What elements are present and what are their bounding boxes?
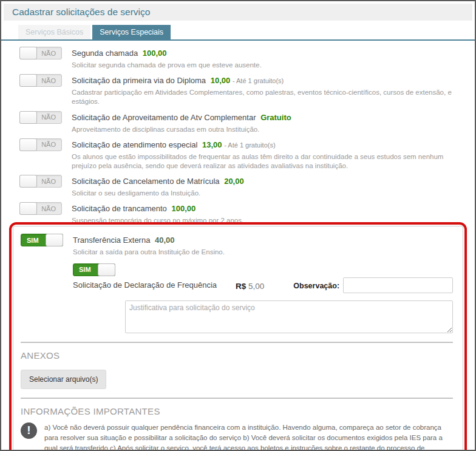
toggle-knob-icon <box>19 111 37 124</box>
toggle-knob-icon <box>46 234 63 246</box>
service-row: NÃO Segunda chamada 100,00 Solicitar seg… <box>19 47 475 70</box>
service-name: Solicitação de Aproveitamento de Atv Com… <box>72 113 256 122</box>
service-description: Cadastrar participação em Atividades Com… <box>72 88 463 106</box>
important-info-text: a) Você não deverá possuir qualquer pend… <box>44 422 450 451</box>
declaration-block: SIM Solicitação de Declaração de Frequên… <box>73 263 453 333</box>
service-description: Solicitar a saída para outra Instituição… <box>73 248 441 257</box>
service-name: Solicitação da primeira via do Diploma <box>72 76 206 85</box>
observation-label: Observação: <box>293 282 339 293</box>
declaration-service-name: Solicitação de Declaração de Frequência <box>73 277 219 293</box>
service-price: 40,00 <box>155 236 175 245</box>
tab-servicos-especiais[interactable]: Serviços Especiais <box>92 25 171 39</box>
service-title: Transferência Externa 40,00 <box>73 236 175 245</box>
service-description: Solicitar segunda chamada de prova em qu… <box>72 61 463 70</box>
important-info-section-title: INFORMAÇÕES IMPORTANTES <box>21 406 453 416</box>
toggle-state-label: NÃO <box>41 114 61 121</box>
tab-bar: Serviços Básicos Serviços Especiais <box>1 25 475 41</box>
service-title: Solicitação de Cancelamento de Matrícula… <box>72 177 244 186</box>
service-price: 100,00 <box>143 49 167 58</box>
service-row: NÃO Solicitação da primeira via do Diplo… <box>19 74 475 106</box>
service-name: Solicitação de trancamento <box>72 204 167 213</box>
toggle-knob-icon <box>19 47 37 59</box>
toggle-knob-icon <box>98 263 115 276</box>
declaration-price: R$ 5,00 <box>236 282 264 293</box>
service-price-note: - Até 1 gratuito(s) <box>224 141 275 149</box>
price-amount: 5,00 <box>248 282 264 291</box>
service-toggle[interactable]: NÃO <box>19 202 62 215</box>
anexos-section-title: ANEXOS <box>21 350 453 361</box>
section-divider <box>21 398 453 399</box>
service-title: Solicitação de atendimento especial 13,0… <box>72 140 276 149</box>
currency-symbol: R$ <box>236 282 246 291</box>
service-name: Transferência Externa <box>73 236 150 245</box>
service-list: NÃO Segunda chamada 100,00 Solicitar seg… <box>1 41 475 225</box>
service-description: Aproveitamento de disciplinas cursadas e… <box>72 125 463 134</box>
toggle-knob-icon <box>19 138 37 151</box>
toggle-knob-icon <box>19 175 37 188</box>
service-title: Solicitação de trancamento 100,00 <box>72 204 195 213</box>
service-name: Segunda chamada <box>72 49 138 58</box>
toggle-state-label: NÃO <box>41 205 61 212</box>
service-toggle[interactable]: NÃO <box>19 175 62 188</box>
service-price-note: - Até 1 gratuito(s) <box>233 77 284 84</box>
important-info-row: ! a) Você não deverá possuir qualquer pe… <box>21 422 453 451</box>
toggle-knob-icon <box>19 202 37 215</box>
toggle-state-label: NÃO <box>41 77 61 84</box>
page-title: Cadastrar solicitações de serviço <box>4 4 472 21</box>
section-divider <box>21 342 453 343</box>
declaration-toggle[interactable]: SIM <box>73 263 115 276</box>
service-name: Solicitação de atendimento especial <box>72 140 197 149</box>
service-toggle[interactable]: NÃO <box>19 74 62 87</box>
service-title: Solicitação de Aproveitamento de Atv Com… <box>72 113 291 122</box>
service-toggle[interactable]: NÃO <box>19 111 62 124</box>
service-toggle[interactable]: NÃO <box>19 138 62 151</box>
selected-services-panel: SIM Transferência Externa 40,00 Solicita… <box>13 226 463 451</box>
service-description: Os alunos que estão impossibilitados de … <box>72 152 463 171</box>
tab-servicos-basicos[interactable]: Serviços Básicos <box>18 25 90 39</box>
service-price: 13,00 <box>202 140 222 149</box>
toggle-knob-icon <box>19 74 37 87</box>
service-description: Solicitar o seu desligamento da Instuiçã… <box>72 189 463 198</box>
toggle-state-label: SIM <box>21 237 39 244</box>
service-row: NÃO Solicitação de atendimento especial … <box>19 138 475 171</box>
service-row: NÃO Solicitação de Cancelamento de Matrí… <box>19 175 475 198</box>
service-toggle[interactable]: NÃO <box>19 47 62 59</box>
service-name: Solicitação de Cancelamento de Matrícula <box>72 177 220 186</box>
observation-input[interactable] <box>343 277 453 293</box>
service-row: NÃO Solicitação de Aproveitamento de Atv… <box>19 111 475 134</box>
service-price: Gratuito <box>260 113 291 122</box>
service-title: Solicitação da primeira via do Diploma 1… <box>72 76 284 85</box>
declaration-row: Solicitação de Declaração de Frequência … <box>73 277 453 293</box>
service-title: Segunda chamada 100,00 <box>72 49 167 58</box>
toggle-state-label: NÃO <box>41 141 61 148</box>
toggle-state-label: NÃO <box>41 50 61 57</box>
service-row-transferencia-externa: SIM Transferência Externa 40,00 Solicita… <box>21 234 453 257</box>
highlight-annotation-box: SIM Transferência Externa 40,00 Solicita… <box>9 222 467 451</box>
service-price: 10,00 <box>211 76 231 85</box>
service-price: 20,00 <box>224 177 244 186</box>
justification-textarea[interactable] <box>125 300 453 333</box>
warning-icon: ! <box>21 422 37 439</box>
select-files-button[interactable]: Selecionar arquivo(s) <box>21 370 106 389</box>
toggle-state-label: SIM <box>73 266 91 273</box>
transfer-toggle[interactable]: SIM <box>21 234 63 246</box>
toggle-state-label: NÃO <box>41 178 61 185</box>
service-price: 100,00 <box>171 204 195 213</box>
